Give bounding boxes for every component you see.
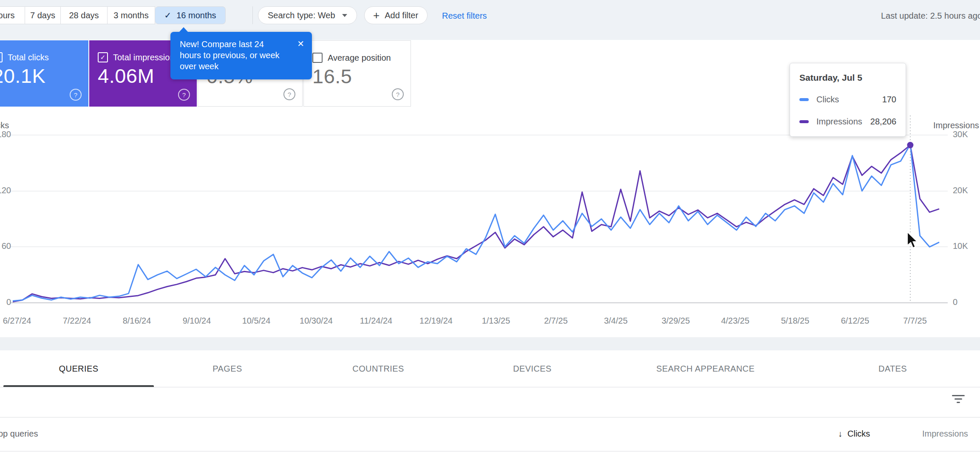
- x-axis-tick: 10/5/24: [231, 316, 282, 326]
- top-queries-header: Top queries: [0, 429, 38, 439]
- tab-dates[interactable]: DATES: [805, 350, 980, 387]
- right-axis-title: Impressions: [933, 121, 979, 130]
- help-icon[interactable]: ?: [178, 89, 190, 101]
- promo-message: New! Compare last 24 hours to previous, …: [180, 39, 285, 72]
- tab-devices[interactable]: DEVICES: [459, 350, 606, 387]
- performance-chart[interactable]: ClicksImpressions18012060030K20K10K06/27…: [0, 106, 980, 337]
- x-axis-tick: 9/10/24: [171, 316, 222, 326]
- checkmark-icon: ✓: [164, 10, 171, 20]
- mouse-cursor: [906, 232, 921, 251]
- range-label: 7 days: [30, 11, 55, 20]
- range-3-months[interactable]: 3 months: [108, 6, 155, 24]
- total-clicks-card[interactable]: ✓ Total clicks 20.1K ?: [0, 40, 88, 107]
- range-label: 16 months: [176, 11, 216, 20]
- tab-countries[interactable]: COUNTRIES: [297, 350, 459, 387]
- x-axis-tick: 7/7/25: [889, 316, 940, 326]
- tab-pages[interactable]: PAGES: [157, 350, 297, 387]
- x-axis-tick: 11/24/24: [351, 316, 402, 326]
- clicks-hover-value: 170: [882, 95, 896, 104]
- add-filter-label: Add filter: [385, 11, 418, 20]
- x-axis-tick: 6/27/24: [0, 316, 42, 326]
- x-axis-tick: 10/30/24: [291, 316, 342, 326]
- range-28-days[interactable]: 28 days: [61, 6, 108, 24]
- x-axis-tick: 5/18/25: [770, 316, 821, 326]
- plus-icon: +: [373, 10, 380, 21]
- left-axis-tick: 0: [0, 297, 11, 307]
- date-range-selector: 24 hours 7 days 28 days 3 months ✓ 16 mo…: [0, 6, 226, 24]
- tab-search-appearance[interactable]: SEARCH APPEARANCE: [606, 350, 805, 387]
- dimension-tabs: QUERIES PAGES COUNTRIES DEVICES SEARCH A…: [0, 350, 980, 387]
- range-16-months[interactable]: ✓ 16 months: [155, 6, 226, 24]
- x-axis-tick: 4/23/25: [710, 316, 761, 326]
- hover-tooltip-date: Saturday, Jul 5: [799, 73, 862, 83]
- impressions-legend-label: Impressions: [816, 117, 862, 127]
- chart-canvas[interactable]: [0, 106, 980, 337]
- reset-filters-link[interactable]: Reset filters: [442, 11, 487, 21]
- clicks-column-header[interactable]: ↓ Clicks: [838, 429, 870, 439]
- average-position-value: 16.5: [312, 65, 352, 88]
- clicks-legend-label: Clicks: [816, 95, 839, 104]
- toolbar: 24 hours 7 days 28 days 3 months ✓ 16 mo…: [0, 0, 980, 40]
- x-axis-tick: 1/13/25: [470, 316, 521, 326]
- right-axis-tick: 20K: [953, 186, 968, 195]
- search-console-performance-page: 24 hours 7 days 28 days 3 months ✓ 16 mo…: [0, 0, 980, 454]
- left-axis-title: Clicks: [0, 121, 9, 130]
- x-axis-tick: 6/12/25: [830, 316, 881, 326]
- left-axis-tick: 180: [0, 130, 11, 139]
- toolbar-divider: [252, 6, 253, 24]
- left-axis-tick: 120: [0, 186, 11, 195]
- tooltip-caret: [179, 27, 188, 32]
- last-update-text: Last update: 2.5 hours ago: [881, 11, 980, 21]
- table-filter-row: [0, 387, 980, 417]
- x-axis-tick: 7/22/24: [51, 316, 102, 326]
- impressions-column-header[interactable]: Impressions: [922, 429, 968, 439]
- total-clicks-value: 20.1K: [0, 64, 45, 87]
- impressions-legend-dash: [799, 120, 809, 123]
- range-label: 28 days: [69, 11, 99, 20]
- close-icon[interactable]: ✕: [297, 39, 304, 49]
- checkmark-icon: ✓: [100, 54, 106, 61]
- total-clicks-label: Total clicks: [8, 53, 49, 62]
- help-icon[interactable]: ?: [392, 88, 404, 100]
- left-axis-tick: 60: [0, 241, 11, 251]
- range-label: 3 months: [113, 11, 148, 20]
- total-impressions-label: Total impressions: [113, 53, 179, 62]
- help-icon[interactable]: ?: [283, 88, 295, 100]
- clicks-legend-dash: [799, 98, 809, 101]
- x-axis-tick: 12/19/24: [411, 316, 462, 326]
- add-filter-button[interactable]: + Add filter: [364, 6, 428, 24]
- x-axis-tick: 3/29/25: [650, 316, 701, 326]
- x-axis-tick: 8/16/24: [111, 316, 162, 326]
- sort-down-icon: ↓: [838, 429, 842, 439]
- range-24-hours[interactable]: 24 hours: [0, 6, 25, 24]
- right-axis-tick: 10K: [953, 241, 968, 251]
- promo-tooltip: New! Compare last 24 hours to previous, …: [170, 32, 312, 79]
- filter-icon[interactable]: [952, 395, 965, 405]
- range-label: 24 hours: [0, 11, 14, 20]
- average-position-checkbox[interactable]: [312, 53, 323, 63]
- right-axis-tick: 0: [953, 297, 957, 307]
- total-impressions-checkbox[interactable]: ✓: [98, 52, 108, 62]
- impressions-hover-value: 28,206: [870, 117, 896, 127]
- average-position-label: Average position: [328, 53, 391, 63]
- section-divider-band: [0, 337, 980, 350]
- chevron-down-icon: [342, 14, 347, 17]
- right-axis-tick: 30K: [953, 130, 968, 139]
- tab-queries[interactable]: QUERIES: [0, 350, 157, 387]
- x-axis-tick: 2/7/25: [530, 316, 581, 326]
- chart-hover-tooltip: Saturday, Jul 5 Clicks 170 Impressions 2…: [790, 63, 906, 137]
- x-axis-tick: 3/4/25: [590, 316, 641, 326]
- total-impressions-value: 4.06M: [98, 64, 154, 87]
- total-clicks-checkbox[interactable]: ✓: [0, 52, 3, 62]
- search-type-dropdown[interactable]: Search type: Web: [258, 6, 357, 24]
- clicks-column-label: Clicks: [847, 429, 870, 439]
- help-icon[interactable]: ?: [70, 89, 82, 101]
- range-7-days[interactable]: 7 days: [25, 6, 61, 24]
- table-header-row: Top queries ↓ Clicks Impressions: [0, 417, 980, 451]
- search-type-label: Search type: Web: [268, 11, 335, 20]
- average-position-card[interactable]: Average position 16.5 ?: [303, 40, 411, 107]
